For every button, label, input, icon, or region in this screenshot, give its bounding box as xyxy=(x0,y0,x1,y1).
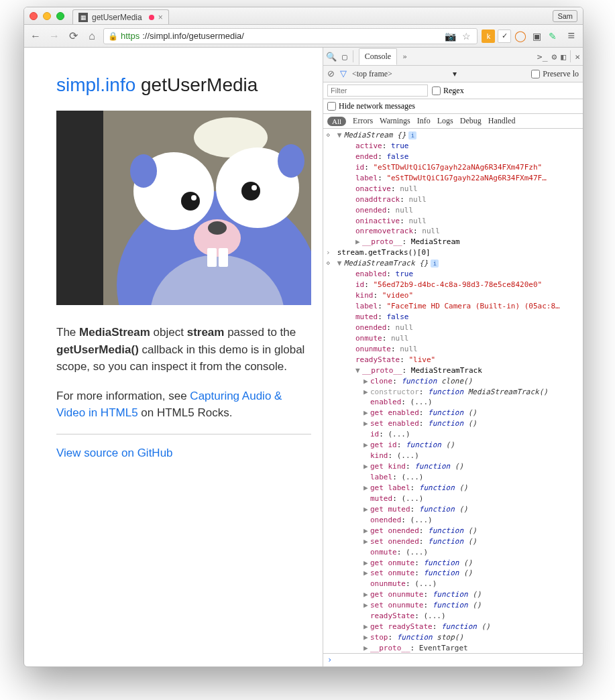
paragraph-1: The MediaStream object stream passed to … xyxy=(56,324,311,375)
filter-input[interactable] xyxy=(327,84,428,97)
page-content: simpl.info getUserMedia xyxy=(24,48,323,666)
forward-button[interactable]: → xyxy=(47,29,62,44)
svg-point-9 xyxy=(191,195,197,200)
svg-rect-13 xyxy=(207,248,217,267)
recording-indicator-icon xyxy=(149,15,154,20)
svg-point-16 xyxy=(278,144,304,178)
close-window-button[interactable] xyxy=(30,12,38,20)
level-warnings[interactable]: Warnings xyxy=(380,116,410,126)
settings-gear-icon[interactable]: ⚙ xyxy=(552,52,557,62)
svg-point-8 xyxy=(241,182,260,200)
svg-point-12 xyxy=(208,221,227,235)
url-path: ://simpl.info/getusermedia/ xyxy=(142,31,244,41)
log-levels: All Errors Warnings Info Logs Debug Hand… xyxy=(323,114,583,129)
camera-permission-icon[interactable]: 📷 xyxy=(443,30,457,43)
drawer-toggle-icon[interactable]: >_ xyxy=(537,52,548,62)
minimize-window-button[interactable] xyxy=(43,12,51,20)
devtools-pane: 🔍 ▢ Console » >_ ⚙ ◧ × ⊘ ▽ <top frame>▾ xyxy=(323,48,583,666)
url-toolbar: ← → ⟳ ⌂ 🔒 https ://simpl.info/getusermed… xyxy=(24,25,583,48)
browser-menu-button[interactable]: ≡ xyxy=(563,29,579,43)
bookmark-star-icon[interactable]: ☆ xyxy=(459,30,473,43)
devtools-subheader: ⊘ ▽ <top frame>▾ Preserve lo xyxy=(323,66,583,82)
clear-console-icon[interactable]: ⊘ xyxy=(327,68,335,79)
device-toggle-icon[interactable]: ▢ xyxy=(342,52,347,62)
back-button[interactable]: ← xyxy=(28,29,43,44)
extension-icon[interactable]: ◯ xyxy=(514,30,527,43)
url-bar[interactable]: 🔒 https ://simpl.info/getusermedia/ 📷 ☆ xyxy=(103,28,478,44)
page-title-rest: getUserMedia xyxy=(135,74,258,95)
more-tabs-chevron-icon[interactable]: » xyxy=(402,52,407,61)
reload-button[interactable]: ⟳ xyxy=(66,29,80,44)
inspect-icon[interactable]: 🔍 xyxy=(326,52,337,62)
profile-chip[interactable]: Sam xyxy=(553,10,577,22)
cast-icon[interactable]: ▣ xyxy=(530,30,543,43)
maximize-window-button[interactable] xyxy=(56,12,64,20)
svg-rect-2 xyxy=(56,111,103,305)
window-titlebar: ▦ getUserMedia × Sam xyxy=(24,7,583,25)
svg-point-15 xyxy=(130,154,157,188)
console-prompt[interactable]: › xyxy=(323,653,583,666)
devtools-filter-row: Regex xyxy=(323,82,583,99)
paragraph-2: For more information, see Capturing Audi… xyxy=(56,388,311,422)
video-preview xyxy=(56,111,311,305)
source-link[interactable]: View source on GitHub xyxy=(56,447,173,459)
tab-title: getUserMedia xyxy=(92,13,142,22)
filter-funnel-icon[interactable]: ▽ xyxy=(340,68,347,79)
preserve-log-checkbox[interactable]: Preserve lo xyxy=(531,69,579,79)
browser-tab[interactable]: ▦ getUserMedia × xyxy=(72,9,169,24)
hide-network-row[interactable]: Hide network messages xyxy=(323,99,583,114)
traffic-lights xyxy=(30,12,64,20)
level-handled[interactable]: Handled xyxy=(488,116,516,126)
level-errors[interactable]: Errors xyxy=(353,116,373,126)
extension-icon[interactable]: ✓ xyxy=(498,30,511,43)
extension-icon[interactable]: ✎ xyxy=(546,30,559,43)
svg-point-10 xyxy=(251,185,257,190)
regex-checkbox[interactable]: Regex xyxy=(432,86,464,96)
tab-close-button[interactable]: × xyxy=(158,13,163,22)
lock-icon: 🔒 xyxy=(108,32,118,41)
console-output[interactable]: ⋄ ▼MediaStream {}iactive: trueended: fal… xyxy=(323,129,583,653)
level-all[interactable]: All xyxy=(327,117,346,126)
extension-icon[interactable]: k xyxy=(482,30,495,43)
page-title-link[interactable]: simpl.info xyxy=(56,74,135,95)
level-info[interactable]: Info xyxy=(417,116,431,126)
level-debug[interactable]: Debug xyxy=(460,116,482,126)
dock-side-icon[interactable]: ◧ xyxy=(561,52,566,62)
console-tab[interactable]: Console xyxy=(359,48,397,65)
level-logs[interactable]: Logs xyxy=(437,116,453,126)
svg-point-7 xyxy=(181,192,200,211)
frame-selector[interactable]: <top frame>▾ xyxy=(352,69,457,79)
devtools-header: 🔍 ▢ Console » >_ ⚙ ◧ × xyxy=(323,48,583,66)
divider xyxy=(56,434,311,434)
url-scheme: https xyxy=(121,31,139,41)
close-devtools-button[interactable]: × xyxy=(575,52,580,62)
extensions-area: k ✓ ◯ ▣ ✎ xyxy=(482,30,559,43)
page-title: simpl.info getUserMedia xyxy=(56,74,323,96)
home-button[interactable]: ⌂ xyxy=(85,29,99,44)
tab-favicon: ▦ xyxy=(78,13,88,22)
svg-rect-14 xyxy=(219,248,228,267)
